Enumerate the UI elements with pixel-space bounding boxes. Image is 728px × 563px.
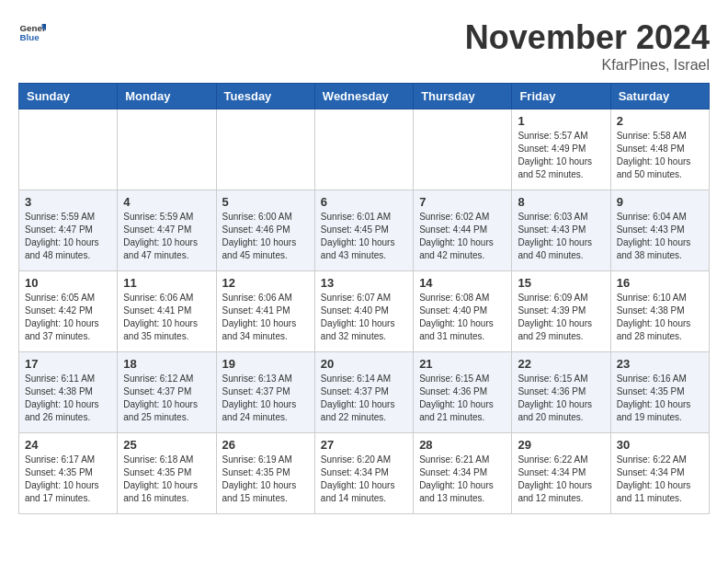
calendar-cell: 15Sunrise: 6:09 AMSunset: 4:39 PMDayligh… [512, 271, 610, 352]
calendar-cell: 2Sunrise: 5:58 AMSunset: 4:48 PMDaylight… [610, 109, 709, 190]
calendar-cell: 6Sunrise: 6:01 AMSunset: 4:45 PMDaylight… [314, 190, 413, 271]
calendar-cell: 9Sunrise: 6:04 AMSunset: 4:43 PMDaylight… [610, 190, 709, 271]
day-info: Sunrise: 6:15 AMSunset: 4:36 PMDaylight:… [419, 373, 506, 424]
day-info: Sunrise: 6:17 AMSunset: 4:35 PMDaylight:… [25, 454, 111, 505]
day-number: 4 [123, 195, 210, 209]
calendar-cell: 8Sunrise: 6:03 AMSunset: 4:43 PMDaylight… [512, 190, 610, 271]
day-number: 28 [419, 438, 506, 452]
day-info: Sunrise: 6:21 AMSunset: 4:34 PMDaylight:… [419, 454, 506, 505]
day-info: Sunrise: 6:04 AMSunset: 4:43 PMDaylight:… [617, 211, 703, 262]
calendar-cell: 23Sunrise: 6:16 AMSunset: 4:35 PMDayligh… [610, 352, 709, 433]
day-info: Sunrise: 6:16 AMSunset: 4:35 PMDaylight:… [617, 373, 703, 424]
calendar-cell: 14Sunrise: 6:08 AMSunset: 4:40 PMDayligh… [414, 271, 512, 352]
location: KfarPines, Israel [465, 57, 710, 74]
day-info: Sunrise: 6:02 AMSunset: 4:44 PMDaylight:… [419, 211, 506, 262]
week-row-4: 17Sunrise: 6:11 AMSunset: 4:38 PMDayligh… [19, 352, 710, 433]
day-number: 11 [123, 276, 210, 290]
day-info: Sunrise: 6:13 AMSunset: 4:37 PMDaylight:… [222, 373, 309, 424]
day-number: 27 [321, 438, 407, 452]
calendar-cell: 28Sunrise: 6:21 AMSunset: 4:34 PMDayligh… [414, 433, 512, 514]
calendar-cell: 1Sunrise: 5:57 AMSunset: 4:49 PMDaylight… [512, 109, 610, 190]
day-info: Sunrise: 6:07 AMSunset: 4:40 PMDaylight:… [321, 292, 407, 343]
calendar-cell: 30Sunrise: 6:22 AMSunset: 4:34 PMDayligh… [610, 433, 709, 514]
col-header-thursday: Thursday [414, 84, 512, 109]
day-info: Sunrise: 6:09 AMSunset: 4:39 PMDaylight:… [518, 292, 604, 343]
calendar-cell: 29Sunrise: 6:22 AMSunset: 4:34 PMDayligh… [512, 433, 610, 514]
calendar-cell: 27Sunrise: 6:20 AMSunset: 4:34 PMDayligh… [314, 433, 413, 514]
col-header-tuesday: Tuesday [216, 84, 314, 109]
day-info: Sunrise: 5:59 AMSunset: 4:47 PMDaylight:… [25, 211, 111, 262]
day-info: Sunrise: 6:05 AMSunset: 4:42 PMDaylight:… [25, 292, 111, 343]
calendar-table: SundayMondayTuesdayWednesdayThursdayFrid… [18, 83, 710, 514]
calendar-cell [216, 109, 314, 190]
calendar-cell: 24Sunrise: 6:17 AMSunset: 4:35 PMDayligh… [19, 433, 118, 514]
day-info: Sunrise: 6:10 AMSunset: 4:38 PMDaylight:… [617, 292, 703, 343]
day-number: 16 [617, 276, 703, 290]
day-info: Sunrise: 6:20 AMSunset: 4:34 PMDaylight:… [321, 454, 407, 505]
calendar-cell: 7Sunrise: 6:02 AMSunset: 4:44 PMDaylight… [414, 190, 512, 271]
calendar-cell [118, 109, 216, 190]
day-number: 12 [222, 276, 309, 290]
page-header: General Blue November 2024 KfarPines, Is… [18, 18, 710, 74]
calendar-cell: 5Sunrise: 6:00 AMSunset: 4:46 PMDaylight… [216, 190, 314, 271]
day-info: Sunrise: 5:57 AMSunset: 4:49 PMDaylight:… [518, 130, 604, 181]
day-number: 14 [419, 276, 506, 290]
svg-text:Blue: Blue [20, 32, 40, 42]
day-number: 5 [222, 195, 309, 209]
calendar-cell [414, 109, 512, 190]
calendar-cell: 3Sunrise: 5:59 AMSunset: 4:47 PMDaylight… [19, 190, 118, 271]
day-info: Sunrise: 6:22 AMSunset: 4:34 PMDaylight:… [518, 454, 604, 505]
day-info: Sunrise: 6:06 AMSunset: 4:41 PMDaylight:… [123, 292, 210, 343]
day-info: Sunrise: 6:15 AMSunset: 4:36 PMDaylight:… [518, 373, 604, 424]
day-number: 30 [617, 438, 703, 452]
calendar-cell: 20Sunrise: 6:14 AMSunset: 4:37 PMDayligh… [314, 352, 413, 433]
week-row-3: 10Sunrise: 6:05 AMSunset: 4:42 PMDayligh… [19, 271, 710, 352]
day-info: Sunrise: 6:22 AMSunset: 4:34 PMDaylight:… [617, 454, 703, 505]
col-header-saturday: Saturday [610, 84, 709, 109]
calendar-cell: 12Sunrise: 6:06 AMSunset: 4:41 PMDayligh… [216, 271, 314, 352]
day-info: Sunrise: 6:08 AMSunset: 4:40 PMDaylight:… [419, 292, 506, 343]
calendar-cell: 4Sunrise: 5:59 AMSunset: 4:47 PMDaylight… [118, 190, 216, 271]
title-block: November 2024 KfarPines, Israel [465, 18, 710, 74]
day-number: 26 [222, 438, 309, 452]
day-info: Sunrise: 6:00 AMSunset: 4:46 PMDaylight:… [222, 211, 309, 262]
day-info: Sunrise: 6:03 AMSunset: 4:43 PMDaylight:… [518, 211, 604, 262]
month-title: November 2024 [465, 18, 710, 57]
day-number: 23 [617, 357, 703, 371]
calendar-cell: 17Sunrise: 6:11 AMSunset: 4:38 PMDayligh… [19, 352, 118, 433]
day-info: Sunrise: 6:01 AMSunset: 4:45 PMDaylight:… [321, 211, 407, 262]
day-number: 3 [25, 195, 111, 209]
day-number: 6 [321, 195, 407, 209]
day-info: Sunrise: 5:58 AMSunset: 4:48 PMDaylight:… [617, 130, 703, 181]
calendar-cell: 11Sunrise: 6:06 AMSunset: 4:41 PMDayligh… [118, 271, 216, 352]
calendar-cell: 10Sunrise: 6:05 AMSunset: 4:42 PMDayligh… [19, 271, 118, 352]
col-header-wednesday: Wednesday [314, 84, 413, 109]
day-number: 9 [617, 195, 703, 209]
day-info: Sunrise: 5:59 AMSunset: 4:47 PMDaylight:… [123, 211, 210, 262]
calendar-cell: 16Sunrise: 6:10 AMSunset: 4:38 PMDayligh… [610, 271, 709, 352]
day-number: 13 [321, 276, 407, 290]
day-info: Sunrise: 6:18 AMSunset: 4:35 PMDaylight:… [123, 454, 210, 505]
week-row-5: 24Sunrise: 6:17 AMSunset: 4:35 PMDayligh… [19, 433, 710, 514]
day-number: 7 [419, 195, 506, 209]
day-number: 24 [25, 438, 111, 452]
day-info: Sunrise: 6:14 AMSunset: 4:37 PMDaylight:… [321, 373, 407, 424]
day-info: Sunrise: 6:12 AMSunset: 4:37 PMDaylight:… [123, 373, 210, 424]
calendar-cell: 18Sunrise: 6:12 AMSunset: 4:37 PMDayligh… [118, 352, 216, 433]
day-number: 17 [25, 357, 111, 371]
week-row-1: 1Sunrise: 5:57 AMSunset: 4:49 PMDaylight… [19, 109, 710, 190]
calendar-cell: 26Sunrise: 6:19 AMSunset: 4:35 PMDayligh… [216, 433, 314, 514]
day-info: Sunrise: 6:06 AMSunset: 4:41 PMDaylight:… [222, 292, 309, 343]
logo: General Blue [18, 18, 46, 46]
calendar-cell: 25Sunrise: 6:18 AMSunset: 4:35 PMDayligh… [118, 433, 216, 514]
day-number: 8 [518, 195, 604, 209]
day-info: Sunrise: 6:19 AMSunset: 4:35 PMDaylight:… [222, 454, 309, 505]
day-number: 15 [518, 276, 604, 290]
week-row-2: 3Sunrise: 5:59 AMSunset: 4:47 PMDaylight… [19, 190, 710, 271]
header-row: SundayMondayTuesdayWednesdayThursdayFrid… [19, 84, 710, 109]
day-number: 21 [419, 357, 506, 371]
calendar-cell [19, 109, 118, 190]
col-header-friday: Friday [512, 84, 610, 109]
day-number: 19 [222, 357, 309, 371]
logo-icon: General Blue [18, 18, 46, 46]
